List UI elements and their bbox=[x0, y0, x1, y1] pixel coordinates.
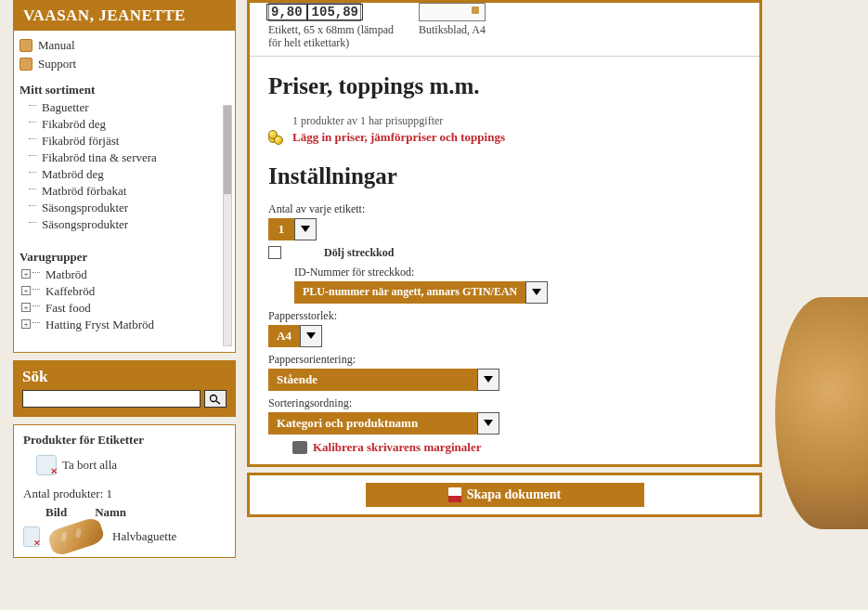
preview-price-2: 105,89 bbox=[307, 4, 363, 20]
qty-label: Antal av varje etikett: bbox=[268, 202, 741, 216]
remove-all-label: Ta bort alla bbox=[62, 458, 117, 473]
product-image bbox=[46, 516, 106, 558]
col-name: Namn bbox=[95, 505, 126, 520]
id-select[interactable]: PLU-nummer när angett, annars GTIN/EAN bbox=[294, 281, 548, 304]
chevron-down-icon bbox=[525, 281, 548, 304]
varugrupp-item[interactable]: +Hatting Fryst Matbröd bbox=[19, 317, 229, 333]
search-icon bbox=[209, 394, 222, 405]
coins-icon bbox=[268, 130, 287, 145]
orientation-label: Pappersorientering: bbox=[268, 353, 741, 367]
manual-link[interactable]: Manual bbox=[19, 36, 229, 55]
qty-value: 1 bbox=[268, 218, 294, 240]
orientation-select[interactable]: Stående bbox=[268, 369, 499, 391]
create-document-label: Skapa dokument bbox=[467, 487, 562, 502]
chevron-down-icon bbox=[294, 218, 317, 240]
sortiment-item[interactable]: Matbröd deg bbox=[19, 166, 229, 183]
search-heading: Sök bbox=[22, 368, 227, 386]
varugrupper-heading: Varugrupper bbox=[19, 250, 229, 265]
sortiment-item[interactable]: Säsongsprodukter bbox=[19, 200, 229, 216]
varugrupp-item[interactable]: +Fast food bbox=[19, 300, 229, 317]
product-count: Antal produkter: 1 bbox=[23, 487, 226, 501]
hide-barcode-checkbox[interactable] bbox=[268, 246, 281, 259]
svg-line-1 bbox=[216, 401, 220, 404]
template-butiksblad[interactable]: Butiksblad, A4 bbox=[419, 3, 558, 36]
chevron-down-icon bbox=[300, 325, 322, 347]
template-etikett[interactable]: 9,80105,89 Etikett, 65 x 68mm (lämpad fö… bbox=[268, 3, 408, 50]
edit-prices-link[interactable]: Lägg in priser, jämförpriser och topping… bbox=[292, 130, 505, 145]
sortiment-item[interactable]: Matbröd förbakat bbox=[19, 183, 229, 200]
sortiment-item[interactable]: Baguetter bbox=[19, 99, 229, 116]
col-image: Bild bbox=[45, 505, 67, 520]
printer-icon bbox=[292, 441, 307, 454]
product-row: Halvbaguette bbox=[23, 524, 226, 550]
calibrate-link[interactable]: Kalibrera skrivarens marginaler bbox=[313, 440, 482, 455]
sort-value: Kategori och produktnamn bbox=[268, 412, 477, 435]
papersize-value: A4 bbox=[268, 325, 300, 347]
expand-icon[interactable]: + bbox=[21, 286, 31, 295]
id-label: ID-Nummer för streckkod: bbox=[294, 266, 741, 279]
sortiment-item[interactable]: Fikabröd tina & servera bbox=[19, 149, 229, 166]
manual-label: Manual bbox=[38, 38, 75, 53]
id-value: PLU-nummer när angett, annars GTIN/EAN bbox=[294, 281, 525, 304]
remove-all-button[interactable]: Ta bort alla bbox=[23, 455, 226, 475]
remove-all-icon bbox=[36, 455, 57, 475]
expand-icon[interactable]: + bbox=[21, 319, 31, 329]
support-link[interactable]: Support bbox=[19, 55, 229, 73]
qty-select[interactable]: 1 bbox=[268, 218, 317, 240]
pdf-icon bbox=[448, 487, 461, 502]
sortiment-item[interactable]: Fikabröd förjäst bbox=[19, 133, 229, 149]
hide-barcode-label: Dölj streckkod bbox=[287, 246, 394, 260]
support-icon bbox=[19, 58, 32, 71]
sortiment-heading: Mitt sortiment bbox=[19, 83, 229, 97]
svg-point-0 bbox=[211, 395, 217, 401]
chevron-down-icon bbox=[477, 369, 499, 391]
sortiment-item[interactable]: Fikabröd deg bbox=[19, 116, 229, 133]
orientation-value: Stående bbox=[268, 369, 477, 391]
sort-label: Sorteringsordning: bbox=[268, 396, 741, 410]
chevron-down-icon bbox=[477, 412, 499, 435]
search-input[interactable] bbox=[22, 390, 201, 408]
price-info: 1 produkter av 1 har prisuppgifter bbox=[268, 114, 741, 128]
products-panel-title: Produkter för Etiketter bbox=[23, 433, 226, 448]
support-label: Support bbox=[38, 57, 76, 71]
expand-icon[interactable]: + bbox=[21, 303, 31, 312]
manual-icon bbox=[19, 39, 32, 52]
sortiment-item[interactable]: Säsongsprodukter bbox=[19, 216, 229, 233]
search-button[interactable] bbox=[204, 390, 227, 408]
template-etikett-caption: Etikett, 65 x 68mm (lämpad för helt etik… bbox=[268, 23, 408, 50]
product-name: Halvbaguette bbox=[112, 529, 176, 544]
user-header: VAASAN, JEANETTE bbox=[14, 1, 235, 31]
create-document-button[interactable]: Skapa dokument bbox=[366, 483, 644, 507]
template-butiksblad-caption: Butiksblad, A4 bbox=[419, 23, 558, 36]
papersize-label: Pappersstorlek: bbox=[268, 309, 741, 323]
sidebar-nav: Manual Support Mitt sortiment BaguetterF… bbox=[14, 31, 235, 352]
expand-icon[interactable]: + bbox=[21, 269, 31, 279]
preview-price-1: 9,80 bbox=[266, 4, 307, 20]
papersize-select[interactable]: A4 bbox=[268, 325, 322, 347]
varugrupp-item[interactable]: +Kaffebröd bbox=[19, 283, 229, 300]
varugrupp-item[interactable]: +Matbröd bbox=[19, 266, 229, 283]
settings-heading: Inställningar bbox=[250, 147, 759, 199]
sort-select[interactable]: Kategori och produktnamn bbox=[268, 412, 499, 435]
prices-heading: Priser, toppings m.m. bbox=[250, 57, 759, 109]
remove-product-button[interactable] bbox=[23, 526, 40, 547]
